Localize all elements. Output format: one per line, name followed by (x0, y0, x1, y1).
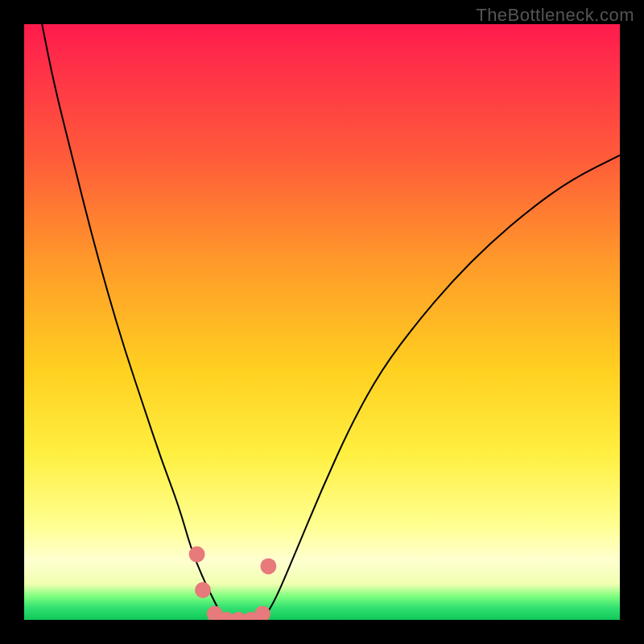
curve-left-branch (42, 24, 226, 620)
plot-area (24, 24, 620, 620)
valley-marker (189, 547, 205, 563)
valley-marker (195, 582, 211, 598)
watermark-text: TheBottleneck.com (476, 5, 634, 26)
valley-marker (254, 606, 270, 620)
valley-marker (260, 558, 276, 574)
curve-right-branch (262, 155, 620, 620)
curve-svg (24, 24, 620, 620)
chart-frame: TheBottleneck.com (0, 0, 644, 644)
